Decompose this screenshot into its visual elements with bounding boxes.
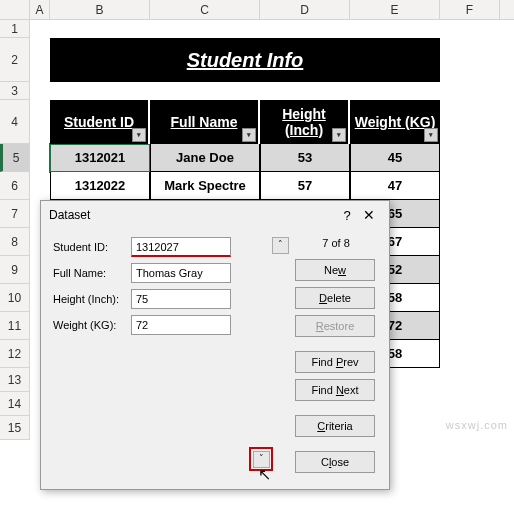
- find-next-button[interactable]: Find Next: [295, 379, 375, 401]
- find-prev-button[interactable]: Find Prev: [295, 351, 375, 373]
- row-header-3[interactable]: 3: [0, 82, 29, 100]
- row-header-1[interactable]: 1: [0, 20, 29, 38]
- cell-e5[interactable]: 45: [350, 144, 440, 172]
- row-header-13[interactable]: 13: [0, 368, 29, 392]
- record-scrollbar[interactable]: ˄: [272, 237, 289, 479]
- cell-c6[interactable]: Mark Spectre: [150, 172, 260, 200]
- input-student-id[interactable]: [131, 237, 231, 257]
- cell-c5[interactable]: Jane Doe: [150, 144, 260, 172]
- filter-icon[interactable]: ▾: [132, 128, 146, 142]
- row-header-9[interactable]: 9: [0, 256, 29, 284]
- scroll-down-icon[interactable]: ˅: [253, 451, 270, 468]
- input-height[interactable]: [131, 289, 231, 309]
- row-header-5[interactable]: 5: [0, 144, 29, 172]
- col-header-e[interactable]: E: [350, 0, 440, 19]
- cell-e6[interactable]: 47: [350, 172, 440, 200]
- row-headers: 1 2 3 4 5 6 7 8 9 10 11 12 13 14 15: [0, 20, 30, 440]
- cell-b5[interactable]: 1312021: [50, 144, 150, 172]
- row-header-12[interactable]: 12: [0, 340, 29, 368]
- criteria-button[interactable]: Criteria: [295, 415, 375, 437]
- watermark: wsxwj.com: [446, 419, 508, 431]
- col-header-a[interactable]: A: [30, 0, 50, 19]
- close-button[interactable]: Close: [295, 451, 375, 473]
- filter-icon[interactable]: ▾: [242, 128, 256, 142]
- cell-d6[interactable]: 57: [260, 172, 350, 200]
- input-full-name[interactable]: [131, 263, 231, 283]
- delete-button[interactable]: Delete: [295, 287, 375, 309]
- row-header-2[interactable]: 2: [0, 38, 29, 82]
- scroll-up-icon[interactable]: ˄: [272, 237, 289, 254]
- row-header-8[interactable]: 8: [0, 228, 29, 256]
- title-cell[interactable]: Student Info: [50, 38, 440, 82]
- row-header-10[interactable]: 10: [0, 284, 29, 312]
- label-full-name: Full Name:: [53, 267, 131, 279]
- header-height[interactable]: Height (Inch)▾: [260, 100, 350, 144]
- cell-b6[interactable]: 1312022: [50, 172, 150, 200]
- cell-d5[interactable]: 53: [260, 144, 350, 172]
- col-header-b[interactable]: B: [50, 0, 150, 19]
- header-full-name[interactable]: Full Name▾: [150, 100, 260, 144]
- record-counter: 7 of 8: [295, 237, 377, 249]
- new-button[interactable]: New: [295, 259, 375, 281]
- restore-button: Restore: [295, 315, 375, 337]
- label-weight: Weight (KG):: [53, 319, 131, 331]
- filter-icon[interactable]: ▾: [424, 128, 438, 142]
- column-headers: A B C D E F: [0, 0, 514, 20]
- filter-icon[interactable]: ▾: [332, 128, 346, 142]
- label-height: Height (Inch):: [53, 293, 131, 305]
- col-header-d[interactable]: D: [260, 0, 350, 19]
- label-student-id: Student ID:: [53, 241, 131, 253]
- row-header-15[interactable]: 15: [0, 416, 29, 440]
- row-header-14[interactable]: 14: [0, 392, 29, 416]
- header-weight[interactable]: Weight (KG)▾: [350, 100, 440, 144]
- row-header-6[interactable]: 6: [0, 172, 29, 200]
- input-weight[interactable]: [131, 315, 231, 335]
- row-header-11[interactable]: 11: [0, 312, 29, 340]
- select-all-corner[interactable]: [0, 0, 30, 19]
- col-header-f[interactable]: F: [440, 0, 500, 19]
- dialog-titlebar[interactable]: Dataset ? ✕: [41, 201, 389, 229]
- close-icon[interactable]: ✕: [357, 207, 381, 223]
- highlight-box: ˅: [249, 447, 273, 471]
- row-header-4[interactable]: 4: [0, 100, 29, 144]
- col-header-c[interactable]: C: [150, 0, 260, 19]
- header-student-id[interactable]: Student ID▾: [50, 100, 150, 144]
- help-button[interactable]: ?: [337, 208, 357, 223]
- data-form-dialog: Dataset ? ✕ Student ID: Full Name: Heigh…: [40, 200, 390, 490]
- dialog-title: Dataset: [49, 208, 337, 222]
- row-header-7[interactable]: 7: [0, 200, 29, 228]
